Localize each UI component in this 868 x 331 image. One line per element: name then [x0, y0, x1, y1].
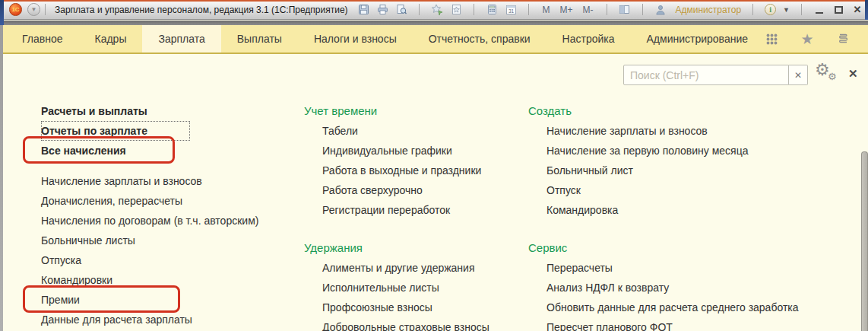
- system-menu-button[interactable]: ▼: [27, 3, 40, 16]
- close-button[interactable]: ✕: [851, 4, 863, 16]
- add-favorite-icon[interactable]: [431, 4, 443, 16]
- divider: [45, 4, 46, 15]
- clear-search-icon[interactable]: ✕: [789, 65, 808, 85]
- divider: [528, 4, 529, 15]
- link-pereraschety[interactable]: Перерасчеты: [546, 258, 613, 278]
- window-title: Зарплата и управление персоналом, редакц…: [55, 5, 348, 15]
- chevron-down-icon: ▼: [31, 6, 37, 13]
- divider: [752, 4, 753, 15]
- tab-administrirovanie[interactable]: Администрирование: [631, 25, 765, 53]
- section-items: Табели Индивидуальные графики Работа в в…: [322, 121, 489, 220]
- section-title[interactable]: Сервис: [528, 238, 567, 258]
- section-uchet-vremeni: Учет времени Табели Индивидуальные графи…: [304, 101, 489, 220]
- minimize-button[interactable]: [813, 4, 825, 16]
- link-rabota-v-vyhodnye[interactable]: Работа в выходные и праздники: [322, 161, 481, 180]
- info-icon[interactable]: i: [765, 4, 776, 15]
- vertical-scrollbar[interactable]: [861, 151, 868, 331]
- link-komandirovka[interactable]: Командировка: [546, 200, 618, 220]
- 1c-logo-icon: 1С: [9, 3, 22, 16]
- link-sozdat-nachislenie[interactable]: Начисление зарплаты и взносов: [546, 121, 708, 141]
- link-dannye-dlya-rascheta[interactable]: Данные для расчета зарплаты: [41, 310, 192, 329]
- calculator-icon[interactable]: [486, 4, 498, 16]
- menu-column-main: Расчеты и выплаты Отчеты по зарплате Все…: [41, 101, 258, 329]
- section-servis: Сервис Перерасчеты Анализ НДФЛ к возврат…: [528, 238, 799, 331]
- menu-column-middle: Учет времени Табели Индивидуальные графи…: [304, 101, 489, 331]
- print-preview-icon[interactable]: [395, 4, 407, 16]
- window-border-left: [0, 25, 3, 331]
- window-frame-band: [0, 21, 868, 25]
- divider: [474, 4, 474, 15]
- tab-zarplata[interactable]: Зарплата: [142, 25, 220, 53]
- divider: [607, 4, 607, 15]
- memory-plus-button[interactable]: M+: [558, 5, 574, 15]
- chevron-down-icon[interactable]: ▼: [783, 6, 790, 14]
- link-dobrovolnye-strahovye[interactable]: Добровольные страховые взносы: [322, 317, 489, 331]
- regular-links: Начисление зарплаты и взносов Доначислен…: [41, 171, 258, 329]
- gear-icon: ⚙: [828, 72, 837, 81]
- link-bolnichnyj-list[interactable]: Больничный лист: [546, 161, 633, 180]
- tabbar-actions: ★: [764, 25, 868, 53]
- svg-text:31: 31: [508, 8, 515, 14]
- current-user-label[interactable]: Администратор: [676, 5, 742, 15]
- memory-minus-button[interactable]: M-: [581, 5, 595, 15]
- tab-nastroyka[interactable]: Настройка: [546, 25, 631, 53]
- save-icon[interactable]: [357, 4, 369, 16]
- link-pereschet-fot[interactable]: Пересчет планового ФОТ: [546, 317, 673, 331]
- link-obnovit-dannye[interactable]: Обновить данные для расчета среднего зар…: [546, 298, 799, 317]
- link-bolnichnye-listy[interactable]: Больничные листы: [41, 231, 135, 250]
- link-otpuska[interactable]: Отпуска: [41, 250, 81, 270]
- tab-otchetnost[interactable]: Отчетность, справки: [413, 25, 546, 53]
- link-individualnye-grafiki[interactable]: Индивидуальные графики: [322, 141, 452, 161]
- close-panel-icon[interactable]: ✕: [848, 68, 858, 79]
- favorites-star-icon[interactable]: ★: [800, 31, 815, 46]
- divider: [642, 4, 643, 15]
- link-raschety-i-vyplaty[interactable]: Расчеты и выплаты: [41, 101, 190, 121]
- section-items: Перерасчеты Анализ НДФЛ к возврату Обнов…: [546, 258, 799, 331]
- calendar-icon[interactable]: 31: [505, 4, 517, 16]
- link-analiz-ndfl[interactable]: Анализ НДФЛ к возврату: [546, 278, 669, 298]
- user-icon: [654, 4, 667, 16]
- link-nachisleniya-po-dogovoram[interactable]: Начисления по договорам (в т.ч. авторски…: [41, 211, 258, 231]
- settings-gear-icon[interactable]: ⚙ ⚙: [815, 62, 841, 84]
- app-window: 1С ▼ Зарплата и управление персоналом, р…: [0, 0, 868, 331]
- link-registracii-pererabotok[interactable]: Регистрации переработок: [322, 200, 450, 220]
- link-rabota-sverhurochno[interactable]: Работа сверхурочно: [322, 180, 423, 200]
- section-items: Алименты и другие удержания Исполнительн…: [322, 258, 489, 331]
- menu-column-right: Создать Начисление зарплаты и взносов На…: [528, 101, 799, 331]
- split-window-icon[interactable]: [619, 4, 631, 16]
- link-nachislenie-za-pervuyu-polovinu[interactable]: Начисление за первую половину месяца: [546, 141, 749, 161]
- tab-glavnoe[interactable]: Главное: [6, 25, 79, 53]
- tab-kadry[interactable]: Кадры: [79, 25, 143, 53]
- section-tabbar: Главное Кадры Зарплата Выплаты Налоги и …: [3, 25, 868, 54]
- link-donachisleniya[interactable]: Доначисления, перерасчеты: [41, 191, 182, 211]
- search-input[interactable]: [623, 65, 789, 85]
- maximize-button[interactable]: [832, 4, 844, 16]
- function-menu-panel: ✕ ⚙ ⚙ ✕ Расчеты и выплаты Отчеты по зарп…: [3, 54, 868, 331]
- link-otpusk[interactable]: Отпуск: [546, 180, 581, 200]
- section-uderzhaniya: Удержания Алименты и другие удержания Ис…: [304, 238, 489, 331]
- title-bar: 1С ▼ Зарплата и управление персоналом, р…: [0, 0, 868, 20]
- link-komandirovki[interactable]: Командировки: [41, 270, 112, 290]
- section-title[interactable]: Создать: [528, 101, 572, 121]
- link-ispolnitelnye-listy[interactable]: Исполнительные листы: [322, 278, 439, 298]
- link-premii[interactable]: Премии: [41, 290, 80, 310]
- tab-vyplaty[interactable]: Выплаты: [221, 25, 298, 53]
- link-profsoyuznye-vznosy[interactable]: Профсоюзные взносы: [322, 298, 432, 317]
- link-vse-nachisleniya[interactable]: Все начисления: [41, 141, 190, 161]
- link-alimenty[interactable]: Алименты и другие удержания: [322, 258, 475, 278]
- section-title[interactable]: Учет времени: [304, 101, 377, 121]
- link-tabeli[interactable]: Табели: [322, 121, 358, 141]
- history-icon[interactable]: [835, 31, 851, 46]
- divider: [801, 4, 802, 15]
- print-icon[interactable]: [376, 4, 388, 16]
- favorites-icon[interactable]: [450, 4, 462, 16]
- tab-nalogi[interactable]: Налоги и взносы: [298, 25, 413, 53]
- section-items: Начисление зарплаты и взносов Начисление…: [546, 121, 799, 220]
- section-title[interactable]: Удержания: [304, 238, 363, 258]
- all-functions-grid-icon[interactable]: [764, 31, 779, 46]
- memory-recall-button[interactable]: M: [540, 5, 551, 15]
- link-otchety-po-zarplate[interactable]: Отчеты по зарплате: [41, 121, 190, 141]
- titlebar-toolbar: 31 M M+ M- Администратор i ▼ ✕: [357, 4, 863, 16]
- link-nachislenie-zarplaty[interactable]: Начисление зарплаты и взносов: [41, 171, 202, 191]
- section-sozdat: Создать Начисление зарплаты и взносов На…: [528, 101, 799, 220]
